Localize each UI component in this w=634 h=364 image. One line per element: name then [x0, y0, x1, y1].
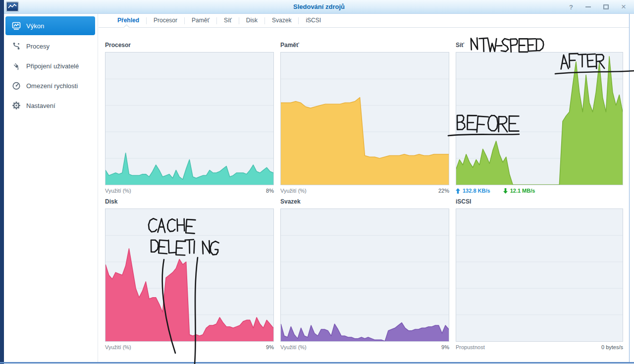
disk-axis-label: Využití (%): [105, 344, 131, 350]
upload-arrow-icon: [456, 188, 460, 194]
window-bottom-border: [0, 362, 634, 364]
sidebar-item-performance[interactable]: Výkon: [5, 16, 95, 35]
performance-chart-icon: [12, 21, 21, 30]
processes-icon: [12, 42, 21, 51]
volume-chart-plot: [280, 208, 449, 342]
volume-usage-chart: [281, 209, 449, 341]
memory-usage-chart: [281, 52, 449, 185]
panel-title: Síť: [456, 42, 623, 49]
panel-volume: Svazek Využití (%) 9%: [280, 198, 449, 350]
memory-chart-plot: [280, 52, 449, 185]
panel-network: Síť 132.8 KB/s 12.1 MB/s: [456, 42, 623, 194]
panel-title: Paměť: [280, 42, 449, 49]
window-right-border: [629, 14, 630, 362]
disk-usage-chart: [106, 209, 273, 341]
volume-current-value: 9%: [441, 344, 449, 350]
resource-monitor-window: Sledování zdrojů ? × Výkon: [0, 0, 634, 364]
iscsi-current-value: 0 bytes/s: [601, 344, 623, 350]
speedometer-icon: [12, 81, 21, 90]
volume-axis-label: Využití (%): [280, 344, 307, 350]
sidebar-item-label: Připojení uživatelé: [26, 62, 79, 70]
memory-current-value: 22%: [438, 188, 449, 194]
gear-icon: [12, 101, 21, 110]
panel-title: Svazek: [280, 198, 449, 205]
download-arrow-icon: [503, 188, 508, 194]
maximize-button[interactable]: [603, 4, 609, 9]
tab-bar: Přehled Procesor Paměť Síť Disk Svazek i…: [99, 14, 629, 28]
tab-iscsi[interactable]: iSCSI: [299, 14, 328, 27]
tab-disk[interactable]: Disk: [239, 14, 264, 27]
download-speed: 12.1 MB/s: [503, 188, 535, 194]
help-button[interactable]: ?: [569, 3, 573, 11]
iscsi-axis-label: Propustnost: [456, 344, 485, 350]
sidebar-item-label: Procesy: [26, 43, 50, 50]
window-title: Sledování zdrojů: [4, 3, 634, 10]
panel-title: Procesor: [105, 42, 274, 49]
tab-network[interactable]: Síť: [217, 14, 239, 27]
minimize-button[interactable]: [585, 6, 591, 7]
panel-iscsi: iSCSI Propustnost 0 bytes/s: [456, 198, 623, 350]
panel-title: Disk: [105, 198, 274, 205]
close-button[interactable]: ×: [621, 4, 626, 9]
disk-current-value: 9%: [266, 344, 274, 350]
panel-cpu: Procesor Využití (%) 8%: [105, 42, 274, 194]
titlebar[interactable]: Sledování zdrojů ? ×: [4, 0, 634, 14]
sidebar-item-label: Nastavení: [26, 102, 55, 109]
overview-content: Procesor Využití (%) 8% Paměť Využití (%…: [99, 28, 629, 362]
iscsi-throughput-chart: [456, 209, 623, 341]
sidebar-item-processes[interactable]: Procesy: [4, 36, 98, 56]
sidebar-item-connected-users[interactable]: Připojení uživatelé: [4, 56, 98, 76]
sidebar-item-speed-limit[interactable]: Omezení rychlosti: [4, 76, 98, 96]
sidebar-item-settings[interactable]: Nastavení: [4, 96, 98, 115]
panel-memory: Paměť Využití (%) 22%: [280, 42, 449, 194]
cpu-usage-chart: [106, 52, 273, 185]
memory-axis-label: Využití (%): [280, 188, 307, 194]
tab-cpu[interactable]: Procesor: [147, 14, 184, 27]
network-chart-plot: [456, 52, 623, 185]
cpu-chart-plot: [105, 52, 274, 185]
panel-title: iSCSI: [456, 198, 623, 205]
network-speed-chart: [456, 52, 623, 185]
cpu-axis-label: Využití (%): [105, 188, 131, 194]
tab-volume[interactable]: Svazek: [265, 14, 298, 27]
upload-speed: 132.8 KB/s: [456, 188, 490, 194]
tab-memory[interactable]: Paměť: [185, 14, 216, 27]
plug-icon: [12, 61, 21, 70]
window-left-border: [0, 0, 4, 364]
tab-overview[interactable]: Přehled: [110, 14, 146, 27]
disk-chart-plot: [105, 208, 274, 342]
sidebar-item-label: Výkon: [26, 22, 44, 30]
sidebar-item-label: Omezení rychlosti: [26, 82, 78, 90]
sidebar: Výkon Procesy: [4, 14, 98, 362]
iscsi-chart-plot: [456, 208, 623, 342]
cpu-current-value: 8%: [266, 188, 274, 194]
panel-disk: Disk Využití (%) 9%: [105, 198, 274, 350]
